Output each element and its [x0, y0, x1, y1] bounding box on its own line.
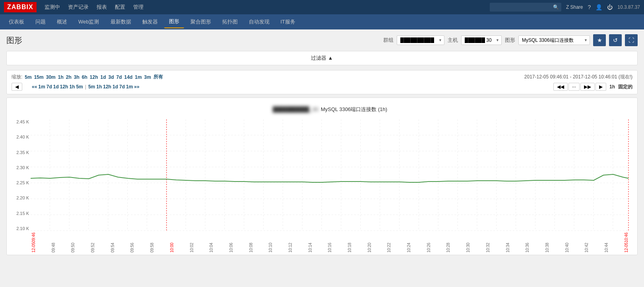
zoom-bar: 缩放: 5m 15m 30m 1h 2h 3h 6h 12h 1d 3d 7d … [6, 70, 638, 94]
nav-prev-small[interactable]: ◀◀ [553, 83, 568, 91]
host-select[interactable]: ██████ 30 [461, 35, 502, 45]
expand-button[interactable]: ⛶ [625, 34, 638, 46]
nav-overview[interactable]: 概述 [52, 16, 72, 28]
search-icon: 🔍 [553, 4, 559, 10]
nav-assets[interactable]: 资产记录 [68, 4, 89, 11]
star-button[interactable]: ★ [593, 34, 606, 46]
nav-dashboard[interactable]: 仪表板 [4, 16, 29, 28]
nav-config[interactable]: 配置 [115, 4, 125, 11]
nav-webmon[interactable]: Web监测 [74, 16, 104, 28]
zoom-6h[interactable]: 6h [82, 74, 87, 80]
top-nav-right: 🔍 Z Share ? 👤 ⏻ 10.3.87.37 [490, 3, 640, 12]
chart-title-blurred: ██████████_30: [273, 106, 319, 112]
nav-dots[interactable]: ··· [568, 83, 580, 91]
nav-fwd-1h[interactable]: 1h [96, 84, 102, 90]
nav-back-1m[interactable]: 1m [38, 84, 45, 90]
nav-back-12h[interactable]: 12h [60, 84, 68, 90]
nav-triggers[interactable]: 触发器 [138, 16, 163, 28]
nav-admin[interactable]: 管理 [133, 4, 144, 11]
page-header: 图形 群组 ██████████ 主机 ██████ 30 图形 MySQL 3… [6, 34, 638, 46]
zoom-3d[interactable]: 3d [109, 74, 114, 80]
zoom-3m[interactable]: 3m [144, 74, 151, 80]
zoom-3h[interactable]: 3h [74, 74, 80, 80]
help-icon[interactable]: ? [588, 4, 591, 10]
zoom-1h[interactable]: 1h [58, 74, 64, 80]
chart-wrapper: 2.45 K 2.40 K 2.35 K 2.30 K 2.25 K 2.20 … [31, 119, 629, 231]
zoom-12h[interactable]: 12h [90, 74, 98, 80]
y-axis-labels: 2.45 K 2.40 K 2.35 K 2.30 K 2.25 K 2.20 … [10, 119, 29, 231]
zoom-14d[interactable]: 14d [124, 74, 133, 80]
nav-fwd-7d[interactable]: 7d [119, 84, 125, 90]
share-button[interactable]: Z Share [566, 4, 583, 10]
page-title: 图形 [6, 35, 22, 46]
y-label-6: 2.15 K [10, 211, 29, 216]
nav-right: ◀◀ ··· ▶▶ ▶ 1h 固定的 [553, 83, 632, 91]
nav-left: ◀ «« 1m 7d 1d 12h 1h 5m | 5m 1h 12h 1d 7… [12, 83, 140, 91]
nav-right-buttons: ◀◀ ··· ▶▶ ▶ [553, 83, 606, 91]
nav-back-5m[interactable]: 5m [76, 84, 83, 90]
nav-maps[interactable]: 拓扑图 [217, 16, 242, 28]
chart-title-suffix: MySQL 3306端口连接数 (1h) [321, 106, 387, 112]
zoom-7d[interactable]: 7d [116, 74, 122, 80]
group-select[interactable]: ██████████ [397, 35, 444, 45]
y-label-7: 2.10 K [10, 226, 29, 231]
graph-select-wrapper: MySQL 3306端口连接数 [518, 35, 590, 45]
nav-forward-button[interactable]: ▶ [596, 83, 606, 91]
nav-back-1h[interactable]: 1h [69, 84, 75, 90]
svg-rect-2 [31, 119, 629, 231]
search-wrapper: 🔍 [490, 3, 561, 12]
zoom-2h[interactable]: 2h [66, 74, 72, 80]
chart-svg [31, 119, 629, 231]
period-label: 1h [609, 84, 615, 90]
nav-discovery[interactable]: 自动发现 [244, 16, 274, 28]
zoom-30m[interactable]: 30m [46, 74, 56, 80]
nav-latestdata[interactable]: 最新数据 [106, 16, 136, 28]
nav-graphs[interactable]: 图形 [164, 16, 184, 28]
nav-itservices[interactable]: IT服务 [276, 16, 301, 28]
nav-fwd-12h[interactable]: 12h [103, 84, 111, 90]
graph-select[interactable]: MySQL 3306端口连接数 [518, 35, 590, 45]
time-range: 2017-12-05 09:46:01 - 2017-12-05 10:46:0… [524, 74, 632, 80]
y-label-4: 2.25 K [10, 180, 29, 185]
zoom-1m[interactable]: 1m [135, 74, 142, 80]
nav-back-1d[interactable]: 1d [53, 84, 59, 90]
nav-reports[interactable]: 报表 [97, 4, 107, 11]
y-label-1: 2.40 K [10, 135, 29, 139]
nav-fwd-far[interactable]: »» [134, 84, 139, 90]
page-content: 图形 群组 ██████████ 主机 ██████ 30 图形 MySQL 3… [0, 29, 644, 260]
nav-fwd-1d[interactable]: 1d [113, 84, 118, 90]
host-select-wrapper: ██████ 30 [461, 35, 502, 45]
zoom-15m[interactable]: 15m [34, 74, 44, 80]
zoom-label: 缩放: [12, 74, 22, 80]
nav-next-small[interactable]: ▶▶ [580, 83, 595, 91]
nav-fwd-5m[interactable]: 5m [88, 84, 95, 90]
zoom-5m[interactable]: 5m [25, 74, 31, 80]
filter-toggle[interactable]: 过滤器 ▲ [311, 55, 333, 61]
nav-monitoring[interactable]: 监测中 [45, 4, 60, 11]
nav-screens[interactable]: 聚合图形 [186, 16, 216, 28]
nav-problems[interactable]: 问题 [31, 16, 50, 28]
share-icon: Z [566, 4, 569, 10]
nav-back-far[interactable]: «« [32, 84, 37, 90]
ip-address: 10.3.87.37 [617, 4, 640, 10]
search-input[interactable] [490, 3, 561, 12]
zoom-1d[interactable]: 1d [101, 74, 106, 80]
nav-back-button[interactable]: ◀ [12, 83, 22, 91]
refresh-button[interactable]: ↺ [609, 34, 622, 46]
top-navigation: ZABBIX 监测中 资产记录 报表 配置 管理 🔍 Z Share ? 👤 ⏻… [0, 0, 644, 14]
nav-fwd-1m[interactable]: 1m [126, 84, 133, 90]
y-label-0: 2.45 K [10, 119, 29, 124]
user-icon[interactable]: 👤 [596, 4, 602, 10]
nav-separator: | [85, 84, 86, 90]
fixed-label: 固定的 [618, 84, 632, 90]
chart-container: ██████████_30: MySQL 3306端口连接数 (1h) 2.45… [6, 98, 638, 255]
filter-bar: 过滤器 ▲ [6, 51, 638, 65]
zoom-all[interactable]: 所有 [153, 74, 163, 80]
host-label: 主机 [448, 37, 458, 44]
chart-title: ██████████_30: MySQL 3306端口连接数 (1h) [31, 106, 629, 113]
second-navigation: 仪表板 问题 概述 Web监测 最新数据 触发器 图形 聚合图形 拓扑图 自动发… [0, 14, 644, 29]
zoom-left: 缩放: 5m 15m 30m 1h 2h 3h 6h 12h 1d 3d 7d … [12, 74, 163, 80]
power-icon[interactable]: ⏻ [607, 4, 613, 10]
nav-back-7d[interactable]: 7d [47, 84, 52, 90]
y-label-5: 2.20 K [10, 195, 29, 200]
